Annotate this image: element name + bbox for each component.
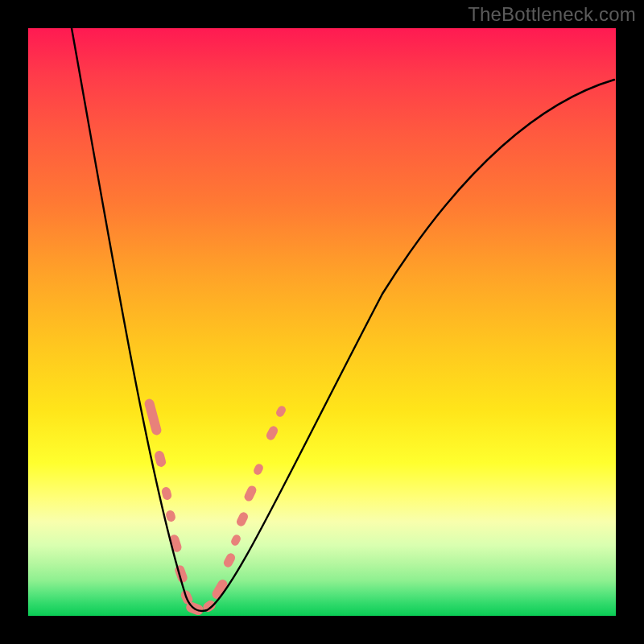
curve-marker	[154, 450, 167, 468]
curve-marker	[229, 533, 242, 547]
curve-marker	[165, 510, 177, 523]
watermark-text: TheBottleneck.com	[468, 3, 636, 26]
curve-marker	[265, 424, 279, 441]
chart-svg	[28, 28, 616, 616]
curve-marker	[243, 485, 258, 503]
bottleneck-curve	[72, 28, 614, 611]
curve-marker	[235, 510, 250, 527]
curve-marker	[161, 486, 173, 501]
curve-marker	[252, 463, 264, 477]
curve-markers	[143, 398, 287, 617]
plot-area	[28, 28, 616, 616]
curve-marker	[222, 551, 237, 568]
curve-marker	[275, 404, 287, 418]
chart-frame: TheBottleneck.com	[0, 0, 644, 644]
